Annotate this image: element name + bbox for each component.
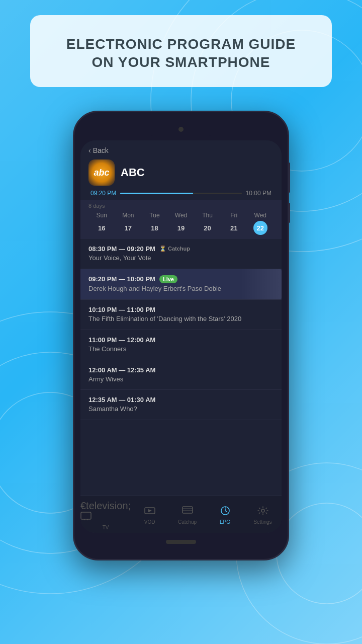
program-item[interactable]: 08:30 PM — 09:20 PM⏳ CatchupYour Voice, … [80, 239, 282, 269]
svg-marker-12 [148, 509, 152, 512]
day-number: 17 [121, 221, 135, 235]
live-badge: Live [159, 275, 177, 283]
svg-point-17 [261, 509, 264, 512]
program-time: 08:30 PM — 09:20 PM⏳ Catchup [88, 245, 274, 253]
days-section: 8 days Sun16Mon17Tue18Wed19Thu20Fri21Wed… [80, 200, 282, 239]
program-time: 11:00 PM — 12:00 AM [88, 336, 274, 344]
camera [178, 127, 184, 132]
program-time: 12:00 AM — 12:35 AM [88, 366, 274, 374]
phone-body: ‹ Back abc ABC 09:20 PM 10:00 PM [73, 111, 289, 560]
nav-item-vod[interactable]: VOD [131, 506, 168, 525]
svg-rect-8 [81, 512, 91, 519]
program-item[interactable]: 10:10 PM — 11:00 PMThe Fifth Elimination… [80, 300, 282, 330]
channel-logo: abc [88, 159, 115, 186]
progress-bar [120, 193, 241, 194]
days-row: Sun16Mon17Tue18Wed19Thu20Fri21Wed22 [88, 212, 274, 235]
tv-icon: €television; [80, 500, 131, 523]
app-header: ‹ Back abc ABC 09:20 PM 10:00 PM [80, 140, 282, 200]
day-number: 20 [201, 221, 215, 235]
program-item[interactable]: 11:00 PM — 12:00 AMThe Conners [80, 330, 282, 360]
time-end: 10:00 PM [246, 190, 272, 197]
day-number: 22 [253, 221, 267, 235]
vod-icon [144, 506, 155, 518]
back-label: Back [93, 146, 109, 154]
settings-icon [257, 506, 268, 518]
epg-icon [220, 506, 231, 518]
nav-item-catchup[interactable]: Catchup [168, 506, 206, 525]
channel-name: ABC [121, 166, 145, 179]
program-title: Army Wives [88, 375, 274, 384]
back-chevron-icon: ‹ [88, 146, 91, 154]
phone-screen: ‹ Back abc ABC 09:20 PM 10:00 PM [80, 140, 282, 533]
day-item-16[interactable]: Sun16 [88, 212, 115, 235]
nav-item-tv[interactable]: €television; TV [80, 500, 131, 530]
program-title: Samantha Who? [88, 405, 274, 414]
program-title: Your Voice, Your Vote [88, 254, 274, 263]
day-name: Thu [202, 212, 213, 219]
nav-label-vod: VOD [144, 519, 155, 525]
catchup-icon [182, 506, 193, 518]
nav-label-epg: EPG [220, 519, 230, 525]
day-item-17[interactable]: Mon17 [115, 212, 142, 235]
progress-fill [120, 193, 193, 194]
day-item-21[interactable]: Fri21 [221, 212, 247, 235]
back-button[interactable]: ‹ Back [88, 146, 274, 154]
day-item-20[interactable]: Thu20 [194, 212, 221, 235]
program-item[interactable]: 12:35 AM — 01:30 AMSamantha Who? [80, 390, 282, 420]
day-name: Tue [149, 212, 159, 219]
day-number: 16 [95, 221, 109, 235]
svg-rect-13 [183, 507, 193, 513]
nav-item-settings[interactable]: Settings [244, 506, 282, 525]
program-list[interactable]: 08:30 PM — 09:20 PM⏳ CatchupYour Voice, … [80, 239, 282, 496]
day-item-19[interactable]: Wed19 [168, 212, 195, 235]
time-start: 09:20 PM [90, 190, 116, 197]
home-button[interactable] [166, 540, 196, 544]
nav-item-epg[interactable]: EPG [206, 506, 244, 525]
nav-label-catchup: Catchup [178, 519, 197, 525]
bottom-nav: €television; TV [80, 496, 282, 533]
channel-info: abc ABC [88, 159, 274, 186]
phone-mockup: ‹ Back abc ABC 09:20 PM 10:00 PM [73, 111, 289, 560]
svg-line-10 [87, 519, 88, 520]
svg-point-7 [277, 503, 362, 604]
promo-card: ELECTRONIC PROGRAM GUIDE ON YOUR SMARTPH… [30, 15, 332, 87]
channel-logo-text: abc [94, 168, 109, 178]
program-title: The Fifth Elimination of 'Dancing with t… [88, 315, 274, 324]
phone-notch [146, 122, 216, 136]
day-number: 21 [227, 221, 241, 235]
day-name: Sun [97, 212, 107, 219]
program-overlay [241, 269, 282, 299]
program-time: 10:10 PM — 11:00 PM [88, 306, 274, 313]
time-progress-bar: 09:20 PM 10:00 PM [88, 190, 274, 200]
svg-line-9 [84, 519, 84, 520]
catchup-badge: ⏳ Catchup [159, 246, 190, 252]
day-item-22[interactable]: Wed22 [247, 212, 274, 235]
nav-label-tv: TV [103, 525, 109, 530]
day-name: Fri [230, 212, 237, 219]
day-name: Wed [175, 212, 187, 219]
day-name: Wed [254, 212, 266, 219]
day-name: Mon [122, 212, 134, 219]
program-item[interactable]: 09:20 PM — 10:00 PMLiveDerek Hough and H… [80, 269, 282, 300]
program-title: The Conners [88, 345, 274, 354]
nav-label-settings: Settings [253, 519, 272, 525]
program-item[interactable]: 12:00 AM — 12:35 AMArmy Wives [80, 360, 282, 390]
days-label: 8 days [88, 203, 274, 209]
day-number: 18 [147, 221, 161, 235]
promo-title: ELECTRONIC PROGRAM GUIDE ON YOUR SMARTPH… [45, 35, 317, 72]
program-time: 12:35 AM — 01:30 AM [88, 396, 274, 404]
day-item-18[interactable]: Tue18 [141, 212, 168, 235]
day-number: 19 [174, 221, 188, 235]
